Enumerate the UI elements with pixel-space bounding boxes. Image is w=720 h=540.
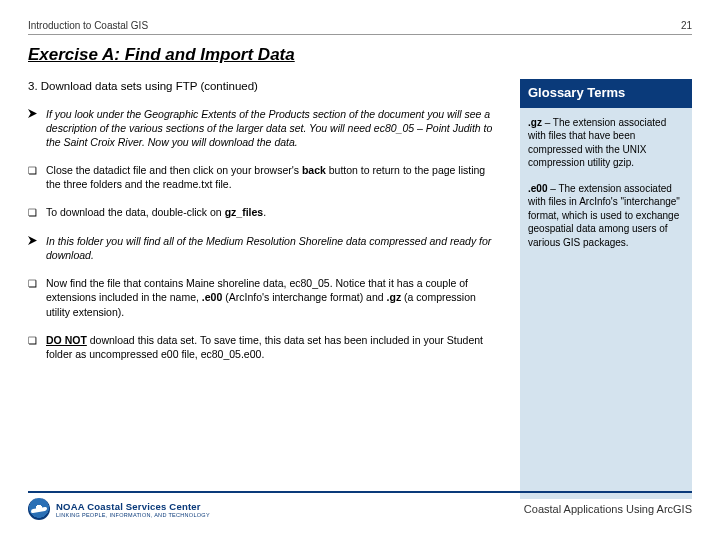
logo-line2: LINKING PEOPLE, INFORMATION, AND TECHNOL… — [56, 512, 210, 518]
svg-marker-1 — [28, 236, 37, 245]
glossary-panel: Glossary Terms .gz – The extension assoc… — [520, 79, 692, 499]
glossary-def: – The extension associated with files in… — [528, 183, 680, 248]
main-column: 3. Download data sets using FTP (continu… — [28, 79, 506, 499]
list-item: ❏ Now find the file that contains Maine … — [28, 276, 506, 319]
list-item: ❏ Close the datadict file and then click… — [28, 163, 506, 191]
footer-text: Coastal Applications Using ArcGIS — [524, 503, 692, 515]
glossary-header: Glossary Terms — [520, 79, 692, 108]
glossary-term: .e00 — [528, 183, 547, 194]
arrow-bullet-icon — [28, 107, 46, 150]
list-item: In this folder you will find all of the … — [28, 234, 506, 262]
list-item: ❏ DO NOT download this data set. To save… — [28, 333, 506, 361]
item-text: Now find the file that contains Maine sh… — [46, 276, 502, 319]
arrow-bullet-icon — [28, 234, 46, 262]
course-title: Introduction to Coastal GIS — [28, 20, 148, 31]
checkbox-bullet-icon: ❏ — [28, 276, 46, 319]
glossary-def: – The extension associated with files th… — [528, 117, 666, 169]
page-header: Introduction to Coastal GIS 21 — [28, 20, 692, 35]
noaa-logo: NOAA Coastal Services Center LINKING PEO… — [28, 498, 210, 520]
item-text: In this folder you will find all of the … — [46, 234, 502, 262]
list-item: ❏ To download the data, double-click on … — [28, 205, 506, 220]
list-item: If you look under the Geographic Extents… — [28, 107, 506, 150]
page-number: 21 — [681, 20, 692, 31]
item-text: DO NOT download this data set. To save t… — [46, 333, 502, 361]
item-text: Close the datadict file and then click o… — [46, 163, 502, 191]
logo-line1: NOAA Coastal Services Center — [56, 501, 210, 512]
glossary-entry: .gz – The extension associated with file… — [528, 116, 684, 170]
checkbox-bullet-icon: ❏ — [28, 333, 46, 361]
checkbox-bullet-icon: ❏ — [28, 163, 46, 191]
item-text: If you look under the Geographic Extents… — [46, 107, 502, 150]
glossary-entry: .e00 – The extension associated with fil… — [528, 182, 684, 250]
item-text: To download the data, double-click on gz… — [46, 205, 502, 220]
page-footer: NOAA Coastal Services Center LINKING PEO… — [28, 491, 692, 520]
noaa-seal-icon — [28, 498, 50, 520]
checkbox-bullet-icon: ❏ — [28, 205, 46, 220]
glossary-term: .gz — [528, 117, 542, 128]
section-subhead: 3. Download data sets using FTP (continu… — [28, 79, 506, 95]
svg-marker-0 — [28, 109, 37, 118]
exercise-title: Exercise A: Find and Import Data — [28, 45, 692, 65]
